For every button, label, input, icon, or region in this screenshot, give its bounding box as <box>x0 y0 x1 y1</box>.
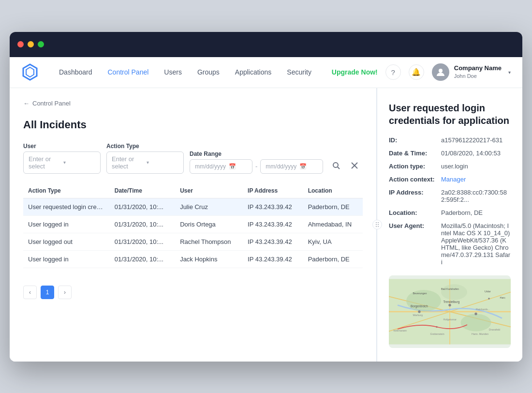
col-action: Action Type <box>23 183 110 198</box>
action-type-filter-chevron-icon: ▾ <box>147 160 178 165</box>
cell-ip: IP 43.243.39.42 <box>243 233 303 250</box>
company-name: Company Name <box>454 64 502 73</box>
panel-resize-handle[interactable] <box>372 220 382 229</box>
nav-security[interactable]: Security <box>280 64 318 80</box>
col-ip: IP Address <box>243 183 303 198</box>
detail-value: Paderborn, DE <box>441 209 483 216</box>
clear-filter-button[interactable] <box>347 158 362 173</box>
detail-label: User Agent: <box>389 222 437 266</box>
map-container: Borgentreich Trendelburg Warburg Hofgeis… <box>389 275 511 348</box>
breadcrumb[interactable]: ← Control Panel <box>23 100 363 107</box>
detail-label: Location: <box>389 209 437 216</box>
action-type-filter-group: Action Type Enter or select ▾ <box>106 143 184 174</box>
cell-action: User requested login credentials... <box>23 198 110 215</box>
detail-row: IP Address: 2a02:8388:cc0:7300:582:595f:… <box>389 189 511 203</box>
table-row[interactable]: User logged in 01/31/2020, 10:... Doris … <box>23 215 363 233</box>
detail-row: Action context: Manager <box>389 176 511 183</box>
date-range-filter-group: Date Range mm/dd/yyyy 📅 - mm/dd/yyyy 📅 <box>190 151 323 174</box>
cell-user[interactable]: Rachel Thompson <box>175 233 243 250</box>
date-from-input[interactable]: mm/dd/yyyy 📅 <box>190 159 252 174</box>
cell-user[interactable]: Doris Ortega <box>175 215 243 233</box>
svg-text:Beverungen: Beverungen <box>413 292 427 295</box>
nav-groups[interactable]: Groups <box>191 64 226 80</box>
cell-ip: IP 43.243.39.42 <box>243 198 303 215</box>
user-menu[interactable]: Company Name John Doe ▾ <box>432 63 511 81</box>
left-panel: ← Control Panel All Incidents User Enter… <box>10 88 377 362</box>
detail-row: Location: Paderborn, DE <box>389 209 511 216</box>
close-button[interactable] <box>17 41 24 47</box>
prev-page-button[interactable]: ‹ <box>23 286 37 299</box>
detail-value: Mozilla/5.0 (Macintosh; Intel Mac OS X 1… <box>441 222 511 266</box>
col-user: User <box>175 183 243 198</box>
search-button[interactable] <box>329 158 343 173</box>
date-to-input[interactable]: mm/dd/yyyy 📅 <box>260 159 323 174</box>
svg-text:Dransfeld: Dransfeld <box>489 328 500 331</box>
cell-date: 01/31/2020, 10:... <box>110 215 175 233</box>
next-page-button[interactable]: › <box>58 286 72 299</box>
cell-ip: IP 43.243.39.42 <box>243 215 303 233</box>
user-chevron-icon: ▾ <box>508 70 511 75</box>
cell-user[interactable]: Jack Hopkins <box>175 250 243 268</box>
action-type-filter-label: Action Type <box>106 143 184 150</box>
svg-point-24 <box>474 312 477 315</box>
action-type-filter-select[interactable]: Enter or select ▾ <box>106 151 184 174</box>
nav-links: Dashboard Control Panel Users Groups App… <box>52 64 332 80</box>
detail-label: Action context: <box>389 176 437 183</box>
app-window: Dashboard Control Panel Users Groups App… <box>10 32 522 362</box>
detail-label: ID: <box>389 136 437 144</box>
detail-value[interactable]: Manager <box>441 176 466 183</box>
nav-control-panel[interactable]: Control Panel <box>101 64 156 80</box>
main-content: ← Control Panel All Incidents User Enter… <box>10 88 522 362</box>
svg-text:Trendelburg: Trendelburg <box>443 300 460 304</box>
svg-point-26 <box>488 298 490 300</box>
svg-point-20 <box>461 314 491 331</box>
nav-right: Upgrade Now! ? 🔔 Company Name John Doe ▾ <box>332 63 511 81</box>
svg-marker-0 <box>23 64 37 80</box>
nav-dashboard[interactable]: Dashboard <box>52 64 99 80</box>
page-1-button[interactable]: 1 <box>41 286 54 299</box>
svg-line-4 <box>338 167 340 169</box>
svg-point-2 <box>439 69 443 73</box>
cell-ip: IP 43.243.39.42 <box>243 250 303 268</box>
filters: User Enter or select ▾ Action Type Enter… <box>23 143 363 174</box>
svg-point-21 <box>441 284 467 300</box>
user-filter-chevron-icon: ▾ <box>63 160 95 165</box>
detail-value: user.login <box>441 163 468 170</box>
date-to-placeholder: mm/dd/yyyy <box>266 163 296 170</box>
table-row[interactable]: User logged in 01/31/2020, 10:... Jack H… <box>23 250 363 268</box>
table-row[interactable]: User logged out 01/31/2020, 10:... Rache… <box>23 233 363 250</box>
cell-date: 01/31/2020, 10:... <box>110 250 175 268</box>
upgrade-button[interactable]: Upgrade Now! <box>332 68 378 76</box>
user-filter-label: User <box>23 143 101 150</box>
svg-text:Reinhards...: Reinhards... <box>476 308 490 311</box>
user-filter-select[interactable]: Enter or select ▾ <box>23 151 101 174</box>
cell-action: User logged out <box>23 233 110 250</box>
detail-row: ID: a1579612220217-631 <box>389 136 511 144</box>
detail-row: User Agent: Mozilla/5.0 (Macintosh; Inte… <box>389 222 511 266</box>
right-panel: User requested login credentials for app… <box>377 88 522 362</box>
app-logo[interactable] <box>21 63 39 81</box>
titlebar <box>10 32 522 57</box>
nav-applications[interactable]: Applications <box>228 64 279 80</box>
table-row[interactable]: User requested login credentials... 01/3… <box>23 198 363 215</box>
user-info: Company Name John Doe <box>454 64 502 79</box>
svg-marker-1 <box>26 67 34 77</box>
notifications-button[interactable]: 🔔 <box>409 64 424 80</box>
cell-user[interactable]: Julie Cruz <box>175 198 243 215</box>
svg-point-22 <box>418 310 420 313</box>
breadcrumb-label: Control Panel <box>32 100 71 107</box>
detail-title: User requested login credentials for app… <box>389 102 511 127</box>
maximize-button[interactable] <box>38 41 44 47</box>
svg-text:Borgentreich: Borgentreich <box>411 304 428 308</box>
user-role: John Doe <box>454 73 502 79</box>
nav-users[interactable]: Users <box>157 64 189 80</box>
date-from-placeholder: mm/dd/yyyy <box>195 163 226 170</box>
detail-fields: ID: a1579612220217-631 Date & Time: 01/0… <box>389 136 511 266</box>
detail-label: Action type: <box>389 163 437 170</box>
incidents-table: Action Type Date/Time User IP Address Lo… <box>23 183 363 268</box>
col-location: Location <box>303 183 363 198</box>
minimize-button[interactable] <box>28 41 34 47</box>
cell-location: Ahmedabad, IN <box>303 215 363 233</box>
help-button[interactable]: ? <box>385 64 401 80</box>
calendar-from-icon: 📅 <box>229 163 236 170</box>
